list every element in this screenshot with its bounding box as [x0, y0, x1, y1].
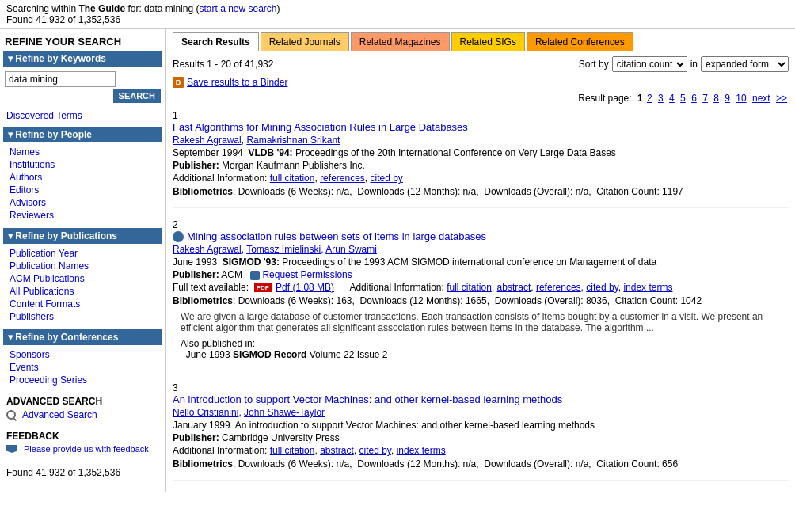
pagination: Result page: 1 2 3 4 5 6 7 8 9 10 next >… — [173, 93, 789, 104]
index-terms-link-3[interactable]: index terms — [397, 445, 446, 456]
author-swami-2[interactable]: Arun Swami — [325, 244, 377, 255]
people-names-link[interactable]: Names — [6, 146, 159, 158]
bibliometrics-1: Bibliometrics: Downloads (6 Weeks): n/a,… — [173, 186, 773, 197]
search-icon — [6, 410, 16, 420]
conf-sponsors-link[interactable]: Sponsors — [6, 348, 159, 361]
advanced-search-link[interactable]: Advanced Search — [19, 408, 101, 421]
result-meta-2: June 1993 SIGMOD '93: Proceedings of the… — [173, 256, 773, 268]
pub-all-link[interactable]: All Publications — [6, 285, 159, 298]
cited-by-link-2[interactable]: cited by — [586, 282, 618, 293]
feedback-icon — [6, 445, 17, 453]
people-authors-link[interactable]: Authors — [6, 171, 159, 184]
keywords-search-button[interactable]: SEARCH — [113, 89, 161, 103]
conf-events-link[interactable]: Events — [6, 361, 159, 374]
tab-related-journals[interactable]: Related Journals — [261, 32, 349, 51]
author-imielinski-2[interactable]: Tomasz Imielinski — [246, 244, 321, 255]
people-institutions-link[interactable]: Institutions — [6, 158, 159, 171]
people-editors-link[interactable]: Editors — [6, 184, 159, 196]
result-number-2: 2 — [173, 219, 184, 230]
references-link-2[interactable]: references — [536, 282, 581, 293]
full-citation-link-3[interactable]: full citation — [270, 445, 315, 456]
page-3-link[interactable]: 3 — [658, 93, 664, 104]
tab-related-conferences[interactable]: Related Conferences — [527, 32, 633, 51]
page-2-link[interactable]: 2 — [647, 93, 652, 104]
result-meta-3: January 1999 An introduction to support … — [173, 420, 773, 431]
result-body-3: An introduction to support Vector Machin… — [173, 393, 773, 472]
pub-acm-link[interactable]: ACM Publications — [6, 272, 159, 285]
tabs-row: Search Results Related Journals Related … — [173, 29, 789, 51]
pub-publishers-link[interactable]: Publishers — [6, 310, 159, 323]
abstract-link-2[interactable]: abstract — [497, 282, 531, 293]
index-terms-link-2[interactable]: index terms — [623, 282, 672, 293]
current-page: 1 — [637, 93, 643, 104]
form-select[interactable]: expanded form condensed form cite form — [701, 56, 789, 72]
request-permissions-link-2[interactable]: Request Permissions — [262, 269, 352, 280]
publications-header[interactable]: Refine by Publications — [3, 228, 162, 244]
feedback-link[interactable]: Please provide us with feedback — [21, 443, 152, 454]
keywords-search-input[interactable] — [5, 71, 116, 87]
advanced-search-section: ADVANCED SEARCH Advanced Search — [3, 393, 162, 424]
result-fulltext-2: Full text available: PDF Pdf (1.08 MB) A… — [173, 282, 773, 293]
page-4-link[interactable]: 4 — [669, 93, 675, 104]
page-6-link[interactable]: 6 — [691, 93, 697, 104]
result-body-2: Mining association rules between sets of… — [173, 230, 773, 363]
also-published-2: Also published in: June 1993 SIGMOD Reco… — [173, 338, 773, 360]
pub-year-link[interactable]: Publication Year — [6, 247, 159, 260]
tab-search-results[interactable]: Search Results — [173, 32, 259, 51]
cited-by-link-3[interactable]: cited by — [359, 445, 390, 456]
page-10-link[interactable]: 10 — [736, 93, 746, 104]
in-label: in — [690, 59, 698, 70]
save-binder-link[interactable]: Save results to a Binder — [187, 77, 287, 88]
author-agrawal-1[interactable]: Rakesh Agrawal — [173, 135, 242, 146]
searching-within-text: Searching within The Guide for: data min… — [6, 3, 280, 14]
result-title-3[interactable]: An introduction to support Vector Machin… — [173, 393, 562, 405]
result-additional-1: Additional Information: full citation, r… — [173, 173, 773, 184]
conferences-header[interactable]: Refine by Conferences — [3, 329, 162, 345]
pub-names-link[interactable]: Publication Names — [6, 260, 159, 272]
bibliometrics-2: Bibliometrics: Downloads (6 Weeks): 163,… — [173, 295, 773, 306]
pub-formats-link[interactable]: Content Formats — [6, 298, 159, 310]
page-9-link[interactable]: 9 — [725, 93, 730, 104]
result-title-1[interactable]: Fast Algorithms for Mining Association R… — [173, 121, 468, 133]
abstract-link-3[interactable]: abstract — [320, 445, 354, 456]
page-8-link[interactable]: 8 — [713, 93, 719, 104]
top-bar: Searching within The Guide for: data min… — [0, 0, 795, 29]
references-link-1[interactable]: references — [320, 173, 365, 184]
author-srikant-1[interactable]: Ramakrishnan Srikant — [246, 135, 340, 146]
result-number-1: 1 — [173, 110, 184, 121]
author-agrawal-2[interactable]: Rakesh Agrawal — [173, 244, 242, 255]
sort-by-select[interactable]: citation count date title — [612, 56, 687, 72]
result-meta-1: September 1994 VLDB '94: Proceedings of … — [173, 147, 773, 158]
publications-section: Refine by Publications Publication Year … — [3, 228, 162, 325]
start-new-search-link[interactable]: start a new search — [199, 3, 276, 14]
people-header[interactable]: Refine by People — [3, 127, 162, 142]
result-title-2[interactable]: Mining association rules between sets of… — [187, 230, 486, 242]
cited-by-link-1[interactable]: cited by — [371, 173, 403, 184]
sort-controls: Sort by citation count date title in exp… — [579, 56, 789, 72]
next-link[interactable]: next — [752, 93, 770, 104]
result-body-1: Fast Algorithms for Mining Association R… — [173, 121, 773, 200]
pdf-link-2[interactable]: Pdf (1.08 MB) — [276, 282, 334, 293]
tab-related-sigs[interactable]: Related SIGs — [451, 32, 525, 51]
people-advisors-link[interactable]: Advisors — [6, 196, 159, 209]
full-citation-link-1[interactable]: full citation — [270, 173, 315, 184]
page-7-link[interactable]: 7 — [702, 93, 708, 104]
result-publisher-2: Publisher: ACM Request Permissions — [173, 269, 773, 280]
people-reviewers-link[interactable]: Reviewers — [6, 209, 159, 222]
keywords-header[interactable]: Refine by Keywords — [3, 51, 162, 66]
publications-links: Publication Year Publication Names ACM P… — [3, 245, 162, 325]
conf-proceedings-link[interactable]: Proceeding Series — [6, 374, 159, 386]
result-item-3: 3 An introduction to support Vector Mach… — [173, 382, 789, 481]
result-additional-3: Additional Information: full citation, a… — [173, 445, 773, 456]
bibliometrics-3: Bibliometrics: Downloads (6 Weeks): n/a,… — [173, 458, 773, 469]
author-cristianini-3[interactable]: Nello Cristianini — [173, 407, 238, 418]
full-citation-link-2[interactable]: full citation — [447, 282, 492, 293]
result-number-3: 3 — [173, 382, 184, 393]
discovered-terms-link[interactable]: Discovered Terms — [3, 109, 162, 122]
page-5-link[interactable]: 5 — [680, 93, 686, 104]
last-link[interactable]: >> — [776, 93, 787, 104]
conferences-links: Sponsors Events Proceeding Series — [3, 347, 162, 388]
author-shawe-taylor-3[interactable]: John Shawe-Taylor — [244, 407, 325, 418]
tab-related-magazines[interactable]: Related Magazines — [351, 32, 450, 51]
binder-result-icon-2 — [173, 231, 184, 242]
